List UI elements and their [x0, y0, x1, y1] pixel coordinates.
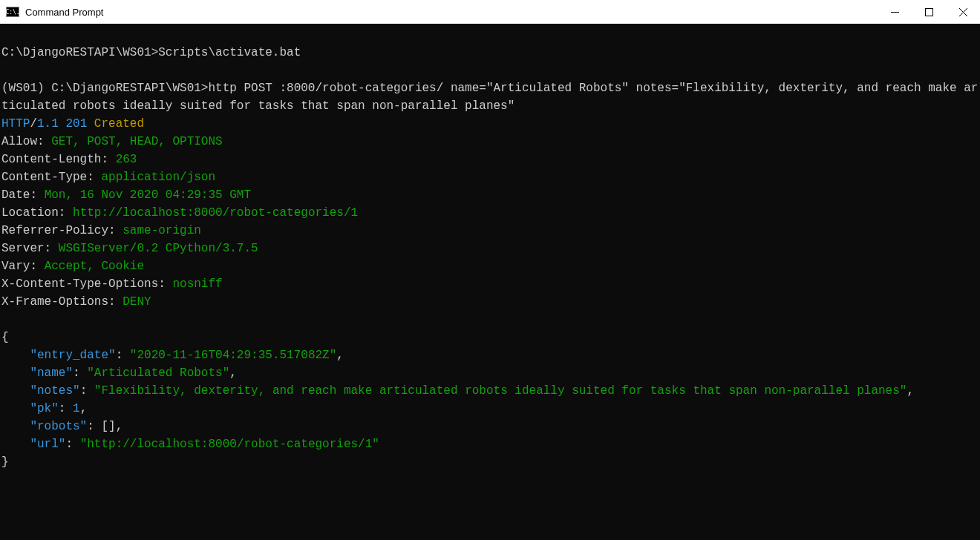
header-val-4: http://localhost:8000/robot-categories/1: [73, 206, 358, 220]
http-status-msg: Created: [94, 117, 144, 131]
svg-rect-1: [925, 8, 932, 16]
header-key-4: Location: [1, 206, 59, 220]
header-val-8: nosniff: [172, 277, 222, 291]
header-val-6: WSGIServer/0.2 CPython/3.7.5: [59, 242, 258, 255]
http-status-code: 201: [65, 117, 87, 131]
header-val-9: DENY: [122, 295, 151, 309]
header-key-8: X-Content-Type-Options: [1, 277, 158, 291]
json-brace-open: {: [1, 331, 9, 344]
command-prompt-window: C:\. Command Prompt C:\DjangoRESTAPI\WS0…: [0, 0, 980, 540]
json-brace-close: }: [1, 455, 9, 469]
json-val-5: "http://localhost:8000/robot-categories/…: [80, 438, 379, 451]
close-icon: [959, 8, 967, 16]
header-val-7: Accept, Cookie: [45, 260, 144, 273]
terminal-output[interactable]: C:\DjangoRESTAPI\WS01>Scripts\activate.b…: [0, 24, 980, 540]
json-key-5: "url": [30, 438, 65, 451]
prompt-line-2: (WS01) C:\DjangoRESTAPI\WS01>http POST :…: [1, 82, 978, 113]
minimize-icon: [891, 8, 899, 16]
cmd-icon: C:\.: [6, 7, 19, 17]
header-key-5: Referrer-Policy: [1, 224, 108, 237]
header-key-0: Allow: [1, 135, 37, 148]
json-key-3: "pk": [30, 402, 58, 415]
json-val-0: "2020-11-16T04:29:35.517082Z": [130, 349, 336, 362]
json-val-4: []: [101, 420, 115, 433]
window-title: Command Prompt: [25, 7, 878, 18]
http-version: 1.1: [37, 117, 59, 131]
prompt-line-1: C:\DjangoRESTAPI\WS01>Scripts\activate.b…: [1, 46, 301, 59]
header-key-6: Server: [1, 242, 45, 255]
header-val-2: application/json: [101, 171, 215, 184]
minimize-button[interactable]: [878, 0, 912, 24]
header-key-2: Content-Type: [1, 171, 87, 184]
json-key-4: "robots": [30, 420, 87, 433]
titlebar[interactable]: C:\. Command Prompt: [0, 0, 980, 24]
header-val-3: Mon, 16 Nov 2020 04:29:35 GMT: [45, 188, 251, 202]
http-proto: HTTP: [1, 117, 30, 131]
json-val-1: "Articulated Robots": [87, 366, 229, 380]
header-key-9: X-Frame-Options: [1, 295, 108, 309]
maximize-button[interactable]: [912, 0, 946, 24]
json-key-0: "entry_date": [30, 349, 115, 362]
header-key-7: Vary: [1, 260, 30, 273]
json-val-2: "Flexibility, dexterity, and reach make …: [94, 384, 907, 398]
header-val-1: 263: [116, 153, 137, 166]
header-val-0: GET, POST, HEAD, OPTIONS: [51, 135, 222, 148]
header-val-5: same-origin: [122, 224, 201, 237]
json-val-3: 1: [73, 402, 80, 415]
header-key-3: Date: [1, 188, 30, 202]
json-key-1: "name": [30, 366, 73, 380]
window-controls: [878, 0, 980, 24]
json-key-2: "notes": [30, 384, 79, 398]
maximize-icon: [925, 8, 933, 16]
close-button[interactable]: [946, 0, 980, 24]
header-key-1: Content-Length: [1, 153, 101, 166]
